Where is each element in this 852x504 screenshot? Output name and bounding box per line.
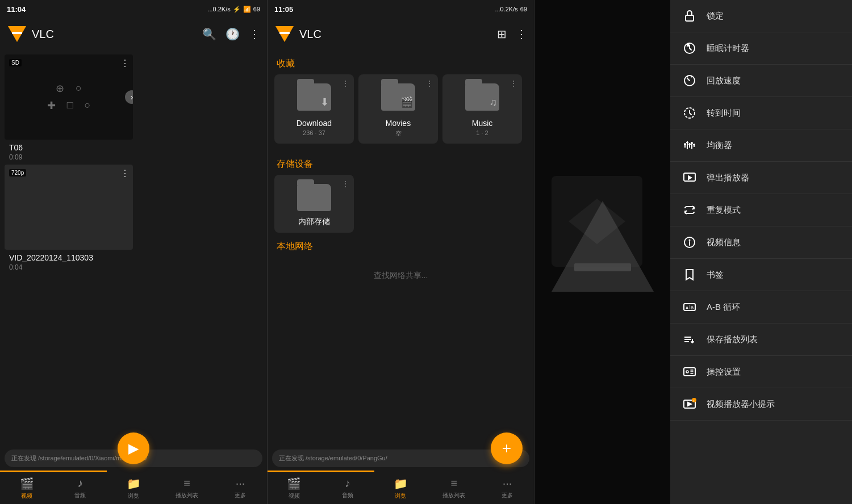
svg-point-32 — [686, 371, 688, 373]
folder-meta-download: 236 · 37 — [281, 129, 347, 136]
menu-item-speed[interactable]: 回放速度 — [670, 65, 852, 97]
history-icon[interactable]: 🕐 — [225, 27, 240, 41]
menu-label-abloop: A-B 循环 — [707, 302, 740, 313]
popup-icon — [682, 170, 698, 186]
nav-audio-middle[interactable]: ♪ 音频 — [321, 472, 374, 504]
video-item-1: SD ⊕ ○ ✚ □ ○ ⋮ › T06 0:09 — [5, 54, 133, 162]
movie-icon: 🎬 — [400, 96, 413, 108]
nav-playlist-label-m: 播放列表 — [442, 492, 465, 499]
wifi-icon: 📶 — [243, 6, 251, 13]
nav-browse-label: 浏览 — [128, 492, 139, 500]
menu-label-bookmark: 书签 — [707, 270, 724, 280]
menu-item-saveplaylist[interactable]: 保存播放列表 — [670, 324, 852, 356]
folder-more-download[interactable]: ⋮ — [341, 79, 349, 88]
svg-rect-4 — [686, 15, 694, 21]
menu-item-bookmark[interactable]: 书签 — [670, 259, 852, 291]
vlc-cone-stripe — [12, 32, 22, 34]
svg-text:z: z — [687, 43, 689, 47]
nav-video-middle[interactable]: 🎬 视频 — [268, 472, 321, 504]
folder-icon-movies-shape: 🎬 — [381, 83, 415, 111]
nav-video-label: 视频 — [21, 492, 32, 500]
nav-audio-left[interactable]: ♪ 音频 — [53, 472, 107, 504]
panel-middle: 11:05 ...0.2K/s 69 VLC ⊞ ⋮ 收藏 ⬇ Download… — [267, 0, 534, 504]
nav-more-left[interactable]: ··· 更多 — [214, 472, 267, 504]
menu-label-controls: 操控设置 — [707, 367, 741, 377]
video-duration-2: 0:04 — [9, 263, 128, 271]
nav-more-middle[interactable]: ··· 更多 — [481, 472, 534, 504]
menu-item-equalizer[interactable]: 均衡器 — [670, 129, 852, 162]
menu-label-lock: 锁定 — [707, 11, 724, 22]
nav-browse-label-m: 浏览 — [395, 492, 406, 500]
folder-meta-movies: 空 — [365, 129, 431, 138]
status-time-middle: 11:05 — [274, 5, 293, 14]
panel-left: 11:04 ...0.2K/s ⚡ 📶 69 VLC 🔍 🕐 ⋮ SD — [0, 0, 267, 504]
menu-label-popup: 弹出播放器 — [707, 173, 749, 183]
folder-movies[interactable]: 🎬 Movies 空 ⋮ — [358, 74, 438, 144]
video-thumbnail-1[interactable]: SD ⊕ ○ ✚ □ ○ ⋮ › — [5, 54, 133, 140]
video-title-1: T06 — [9, 143, 128, 152]
svg-text:A: A — [686, 306, 688, 310]
nav-playlist-left[interactable]: ≡ 播放列表 — [160, 472, 214, 504]
video-duration-1: 0:09 — [9, 153, 128, 161]
nav-audio-icon: ♪ — [77, 477, 83, 490]
menu-item-popup[interactable]: 弹出播放器 — [670, 162, 852, 194]
vlc-cone-icon-middle — [275, 26, 294, 42]
app-bar-actions-middle: ⊞ ⋮ — [497, 27, 527, 41]
video-more-2[interactable]: ⋮ — [120, 168, 130, 179]
menu-item-abloop[interactable]: A B A-B 循环 — [670, 291, 852, 324]
menu-item-videotip[interactable]: + 视频播放器小提示 — [670, 388, 852, 421]
grid-view-icon[interactable]: ⊞ — [497, 27, 507, 41]
folder-icon-download-wrap: ⬇ — [297, 83, 331, 113]
folder-internal-storage[interactable]: 内部存储 ⋮ — [274, 175, 354, 233]
more-vert-icon[interactable]: ⋮ — [249, 27, 260, 41]
folder-more-movies[interactable]: ⋮ — [425, 79, 433, 88]
thumb-icon-1c: ✚ — [47, 99, 56, 112]
play-fab[interactable]: ▶ — [118, 432, 149, 464]
menu-item-info[interactable]: 视频信息 — [670, 226, 852, 259]
battery-left: 69 — [253, 6, 260, 12]
nav-browse-left[interactable]: 📁 浏览 — [107, 472, 160, 504]
nav-playlist-icon-m: ≡ — [450, 477, 457, 490]
status-bar-left: 11:04 ...0.2K/s ⚡ 📶 69 — [0, 0, 267, 18]
video-more-1[interactable]: ⋮ — [120, 58, 130, 69]
video-thumbnail-2[interactable]: 720p ⋮ — [5, 165, 133, 250]
menu-item-goto[interactable]: 转到时间 — [670, 97, 852, 129]
vlc-logo-middle — [274, 24, 295, 44]
signal-text-middle: ...0.2K/s — [495, 6, 517, 12]
menu-item-lock[interactable]: 锁定 — [670, 0, 852, 32]
nav-browse-middle[interactable]: 📁 浏览 — [374, 472, 428, 504]
nav-playlist-middle[interactable]: ≡ 播放列表 — [427, 472, 481, 504]
folder-icon-music-wrap: ♫ — [465, 83, 499, 113]
folder-name-storage: 内部存储 — [281, 217, 347, 227]
menu-item-sleep[interactable]: z 睡眠计时器 — [670, 32, 852, 65]
section-network: 本地网络 — [268, 233, 534, 257]
menu-item-controls[interactable]: 操控设置 — [670, 356, 852, 388]
nav-browse-icon-m: 📁 — [394, 477, 408, 490]
vlc-cone-icon — [8, 26, 26, 42]
more-vert-icon-middle[interactable]: ⋮ — [516, 27, 527, 41]
nav-more-icon: ··· — [236, 477, 245, 490]
menu-label-saveplaylist: 保存播放列表 — [707, 334, 758, 345]
folder-music[interactable]: ♫ Music 1 · 2 ⋮ — [442, 74, 522, 144]
svg-text:+: + — [693, 399, 695, 402]
nav-video-left[interactable]: 🎬 视频 — [0, 472, 53, 504]
nav-video-label-m: 视频 — [289, 492, 300, 500]
folder-icon-music-shape: ♫ — [465, 83, 499, 111]
bookmark-icon — [682, 267, 698, 283]
equalizer-icon — [682, 137, 698, 153]
folder-download[interactable]: ⬇ Download 236 · 37 ⋮ — [274, 74, 354, 144]
app-bar-middle: VLC ⊞ ⋮ — [268, 18, 534, 50]
folder-more-music[interactable]: ⋮ — [509, 79, 517, 88]
add-fab[interactable]: + — [491, 432, 523, 464]
menu-label-videotip: 视频播放器小提示 — [707, 399, 775, 410]
menu-label-sleep: 睡眠计时器 — [707, 43, 749, 54]
video-item-2: 720p ⋮ VID_20220124_110303 0:04 — [5, 165, 133, 272]
folder-more-storage[interactable]: ⋮ — [341, 179, 349, 188]
search-icon[interactable]: 🔍 — [202, 27, 216, 41]
nav-video-icon-m: 🎬 — [287, 477, 301, 490]
menu-label-info: 视频信息 — [707, 237, 741, 248]
menu-item-repeat[interactable]: 重复模式 — [670, 194, 852, 226]
context-menu: 锁定 z 睡眠计时器 回放速度 — [670, 0, 852, 504]
nav-more-label-m: 更多 — [502, 492, 513, 499]
vlc-logo-left — [7, 24, 27, 44]
